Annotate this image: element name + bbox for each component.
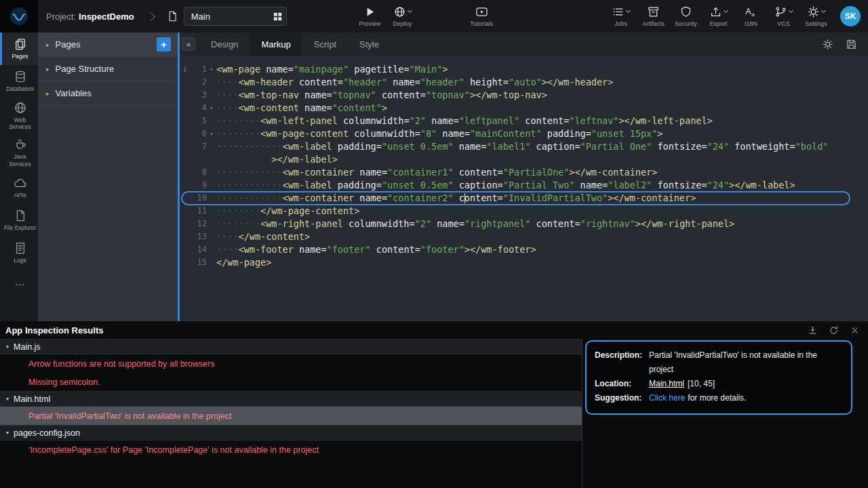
preview-button[interactable]: Preview — [355, 5, 385, 27]
pages-panel: ▸ Pages + ▸ Page Structure ▸ Variables — [38, 33, 178, 321]
inspection-issue[interactable]: Arrow functions are not supported by all… — [0, 354, 582, 373]
gear-icon — [807, 5, 820, 18]
tab-design[interactable]: Design — [199, 33, 250, 56]
inspection-detail-pane: Description: Partial 'InvalidPartialTwo'… — [582, 339, 868, 488]
chevron-down-icon — [626, 7, 631, 12]
code-line-1[interactable]: i1▾<wm-page name="mainpage" pagetitle="M… — [180, 63, 868, 76]
page-selector[interactable]: Main — [165, 7, 287, 26]
code-line-11[interactable]: 11········</wm-page-content> — [180, 205, 868, 218]
collapse-panel-button[interactable]: « — [182, 37, 195, 51]
location-label: Location: — [595, 377, 649, 391]
inspection-group[interactable]: ▾Main.html — [0, 391, 582, 407]
sidebar-item-apis[interactable]: APIs — [0, 171, 38, 204]
code-line-2[interactable]: 2····<wm-header content="header" name="h… — [180, 76, 868, 89]
chevron-right-icon: ▸ — [46, 41, 50, 48]
location-file-link[interactable]: Main.html — [649, 379, 684, 388]
code-area[interactable]: i1▾<wm-page name="mainpage" pagetitle="M… — [180, 56, 868, 321]
fold-toggle-icon[interactable]: ▾ — [207, 66, 216, 73]
jobs-button[interactable]: Jobs — [606, 5, 636, 27]
panel-section-pages[interactable]: ▸ Pages + — [38, 33, 178, 57]
cloud-icon — [14, 176, 27, 190]
code-line-4[interactable]: 4▾····<wm-content name="content"> — [180, 102, 868, 115]
line-number: 1 — [189, 63, 207, 76]
panel-section-variables[interactable]: ▸ Variables — [38, 81, 178, 106]
code-line-6[interactable]: 6▾········<wm-page-content columnwidth="… — [180, 127, 868, 140]
line-number: 2 — [189, 76, 207, 89]
code-line-13[interactable]: 13····</wm-content> — [180, 230, 868, 243]
chevron-right-icon: ▸ — [46, 66, 50, 73]
download-icon[interactable] — [808, 325, 818, 336]
tab-style[interactable]: Style — [348, 33, 391, 56]
inspection-group[interactable]: ▾Main.js — [0, 339, 582, 354]
group-file-name: Main.js — [14, 342, 41, 352]
page-icon — [165, 9, 181, 23]
security-button[interactable]: Security — [671, 5, 701, 27]
panel-section-page-structure[interactable]: ▸ Page Structure — [38, 57, 178, 81]
code-line-9[interactable]: 9············<wm-label padding="unset 0.… — [180, 179, 868, 192]
inspection-issue[interactable]: Missing semicolon. — [0, 373, 582, 391]
line-number: 5 — [189, 115, 207, 127]
text-caret — [465, 193, 466, 203]
code-line-8[interactable]: 8············<wm-container name="contain… — [180, 166, 868, 179]
save-icon[interactable] — [846, 39, 857, 50]
location-value: Main.html[10, 45] — [649, 377, 843, 391]
inspection-group[interactable]: ▾pages-config.json — [0, 425, 582, 441]
svg-text:a: a — [751, 12, 755, 18]
sidebar-item-databases[interactable]: Databases — [0, 65, 38, 98]
line-number: 4 — [189, 102, 207, 115]
editor-settings-gear-icon[interactable] — [822, 39, 833, 50]
code-line-7[interactable]: 7············<wm-label padding="unset 0.… — [180, 140, 868, 153]
app-logo-icon[interactable] — [0, 0, 38, 33]
user-avatar[interactable]: SK — [840, 6, 861, 26]
jobs-list-icon — [612, 5, 625, 18]
code-line-3[interactable]: 3····<wm-top-nav name="topnav" content="… — [180, 89, 868, 102]
sidebar-item-file-explorer[interactable]: File Explorer — [0, 204, 38, 237]
git-branch-icon — [774, 5, 787, 18]
sidebar-item-java-services[interactable]: Java Services — [0, 134, 38, 171]
code-line-7-wrap[interactable]: ></wm-label> — [180, 153, 868, 166]
gutter-info-marker: i — [180, 65, 189, 74]
code-line-12[interactable]: 12········<wm-right-panel columnwidth="2… — [180, 218, 868, 230]
chevron-down-icon: ▾ — [6, 344, 9, 350]
export-button[interactable]: Export — [703, 5, 734, 27]
sidebar-item-more[interactable]: ⋯ — [0, 269, 38, 302]
deploy-button[interactable]: Deploy — [387, 5, 418, 27]
artifacts-button[interactable]: Artifacts — [638, 5, 669, 27]
archive-box-icon — [647, 5, 660, 18]
settings-button[interactable]: Settings — [801, 5, 831, 27]
svg-text:A: A — [746, 7, 751, 16]
inspection-header: App Inspection Results — [0, 321, 868, 339]
add-page-button[interactable]: + — [157, 37, 171, 52]
vcs-button[interactable]: VCS — [768, 5, 799, 27]
sidebar-item-pages[interactable]: Pages — [0, 33, 38, 65]
line-number: 8 — [189, 166, 207, 179]
chevron-down-icon: ▾ — [6, 396, 9, 402]
tab-markup[interactable]: Markup — [250, 33, 302, 56]
grid-icon[interactable] — [273, 12, 282, 21]
location-position: [10, 45] — [688, 379, 715, 388]
inspection-issue[interactable]: 'IncompletePage.css' for Page 'Incomplet… — [0, 441, 582, 459]
tab-script[interactable]: Script — [302, 33, 348, 56]
close-icon[interactable] — [850, 325, 860, 336]
page-select-box[interactable]: Main — [184, 7, 287, 26]
line-number: 13 — [189, 230, 207, 243]
fold-toggle-icon[interactable]: ▾ — [207, 105, 216, 111]
fold-toggle-icon[interactable]: ▾ — [207, 131, 216, 137]
chevron-down-icon: ▾ — [6, 430, 9, 436]
inspection-title: App Inspection Results — [5, 325, 103, 336]
inspection-issue[interactable]: Partial 'InvalidPartialTwo' is not avail… — [0, 407, 582, 425]
sidebar-item-logs[interactable]: Logs — [0, 237, 38, 269]
code-line-5[interactable]: 5········<wm-left-panel columnwidth="2" … — [180, 115, 868, 127]
code-line-10[interactable]: 10············<wm-container name="contai… — [180, 192, 868, 205]
code-line-14[interactable]: 14····<wm-footer name="footer" content="… — [180, 243, 868, 256]
suggestion-link[interactable]: Click here — [649, 393, 685, 403]
refresh-icon[interactable] — [829, 325, 839, 336]
tutorials-button[interactable]: Tutorials — [467, 5, 497, 27]
sidebar-item-web-services[interactable]: Web Services — [0, 98, 38, 134]
code-line-15[interactable]: 15</wm-page> — [180, 256, 868, 269]
line-number: 12 — [189, 218, 207, 230]
chevron-down-icon — [724, 7, 728, 12]
line-number: 14 — [189, 243, 207, 256]
description-label: Description: — [595, 348, 649, 377]
i18n-button[interactable]: Aa I18N — [736, 5, 766, 27]
